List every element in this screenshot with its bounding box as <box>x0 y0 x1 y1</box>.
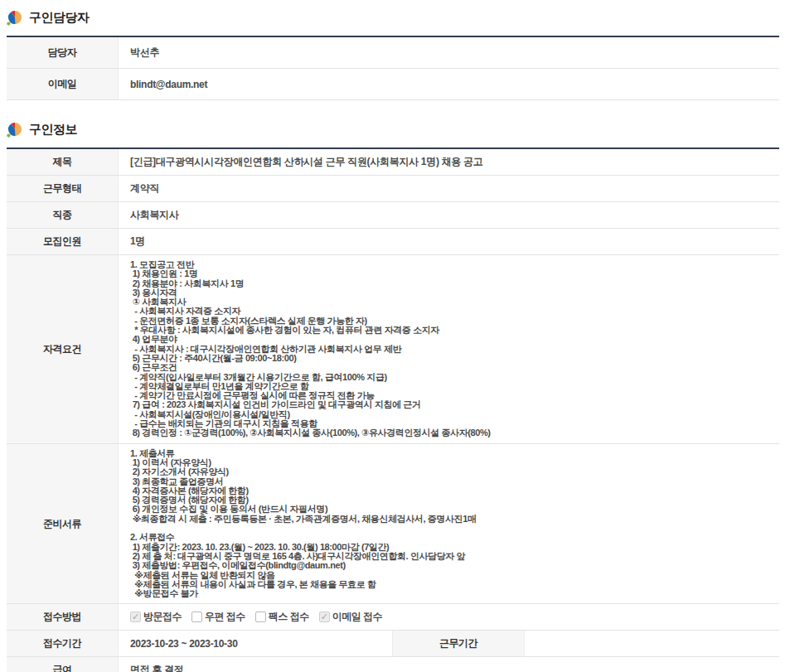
job-title-value: [긴급]대구광역시시각장애인연합회 산하시설 근무 직원(사회복지사 1명) 채… <box>119 149 779 175</box>
row-employment-type: 근무형태 계약직 <box>7 176 779 202</box>
qualifications-cell: 1. 모집공고 전반 1) 채용인원 : 1명 2) 채용분야 : 사회복지사 … <box>119 255 779 443</box>
row-email: 이메일 blindt@daum.net <box>7 69 779 99</box>
row-manager: 담당자 박선추 <box>7 37 779 69</box>
salary-label: 급여 <box>7 657 119 672</box>
apply-method-cell: 방문접수 우편 접수 팩스 접수 이메일 접수 <box>119 604 779 630</box>
occupation-label: 직종 <box>7 202 119 228</box>
job-posting-page: 구인담당자 담당자 박선추 이메일 blindt@daum.net 구인정보 제… <box>0 0 785 672</box>
job-section-title: 구인정보 <box>29 122 77 138</box>
work-period-label: 근무기간 <box>392 631 525 656</box>
apply-option-visit: 방문접수 <box>130 610 182 624</box>
row-occupation: 직종 사회복지사 <box>7 202 779 229</box>
row-apply-method: 접수방법 방문접수 우편 접수 팩스 접수 <box>7 604 779 631</box>
occupation-value: 사회복지사 <box>119 202 779 228</box>
job-section-header: 구인정보 <box>7 122 779 138</box>
recruiter-section-title: 구인담당자 <box>29 10 90 26</box>
row-title: 제목 [긴급]대구광역시시각장애인연합회 산하시설 근무 직원(사회복지사 1명… <box>7 149 779 176</box>
apply-option-fax: 팩스 접수 <box>255 610 309 624</box>
documents-cell: 1. 제출서류 1) 이력서 (자유양식) 2) 자기소개서 (자유양식) 3)… <box>119 444 779 604</box>
apply-period-value: 2023-10-23 ~ 2023-10-30 <box>119 631 392 656</box>
apply-option-email: 이메일 접수 <box>319 610 382 624</box>
headcount-label: 모집인원 <box>7 229 119 254</box>
qualifications-text: 1. 모집공고 전반 1) 채용인원 : 1명 2) 채용분야 : 사회복지사 … <box>130 260 491 438</box>
apply-period-label: 접수기간 <box>7 631 119 656</box>
fax-checkbox-label: 팩스 접수 <box>269 610 309 624</box>
row-qualifications: 자격요건 1. 모집공고 전반 1) 채용인원 : 1명 2) 채용분야 : 사… <box>7 255 779 444</box>
apply-option-mail: 우편 접수 <box>191 610 245 624</box>
mail-checkbox-label: 우편 접수 <box>205 610 245 624</box>
mail-checkbox[interactable] <box>191 612 202 622</box>
manager-value: 박선추 <box>119 37 779 68</box>
section-bullet-pie-icon <box>7 10 23 26</box>
visit-checkbox-label: 방문접수 <box>143 610 182 624</box>
fax-checkbox[interactable] <box>255 612 266 622</box>
row-salary: 급여 면접 후 결정 <box>7 657 779 672</box>
row-documents: 준비서류 1. 제출서류 1) 이력서 (자유양식) 2) 자기소개서 (자유양… <box>7 444 779 605</box>
work-period-value <box>525 631 779 656</box>
headcount-value: 1명 <box>119 229 779 254</box>
email-checkbox-label: 이메일 접수 <box>332 610 382 624</box>
salary-value: 면접 후 결정 <box>119 657 779 672</box>
qualifications-label: 자격요건 <box>7 255 119 443</box>
email-label: 이메일 <box>7 69 119 99</box>
visit-checkbox[interactable] <box>130 612 141 622</box>
email-checkbox[interactable] <box>319 612 330 622</box>
employment-type-label: 근무형태 <box>7 176 119 201</box>
apply-method-label: 접수방법 <box>7 604 119 630</box>
recruiter-table: 담당자 박선추 이메일 blindt@daum.net <box>7 36 779 100</box>
employment-type-value: 계약직 <box>119 176 779 201</box>
row-headcount: 모집인원 1명 <box>7 229 779 255</box>
row-apply-period: 접수기간 2023-10-23 ~ 2023-10-30 근무기간 <box>7 631 779 657</box>
recruiter-section-header: 구인담당자 <box>7 10 779 26</box>
section-bullet-pie-icon <box>7 122 23 138</box>
job-info-table: 제목 [긴급]대구광역시시각장애인연합회 산하시설 근무 직원(사회복지사 1명… <box>7 147 779 672</box>
apply-method-options: 방문접수 우편 접수 팩스 접수 이메일 접수 <box>130 610 382 624</box>
manager-label: 담당자 <box>7 37 119 68</box>
email-value: blindt@daum.net <box>119 69 779 99</box>
documents-text: 1. 제출서류 1) 이력서 (자유양식) 2) 자기소개서 (자유양식) 3)… <box>130 449 476 599</box>
documents-label: 준비서류 <box>7 444 119 604</box>
title-label: 제목 <box>7 149 119 175</box>
